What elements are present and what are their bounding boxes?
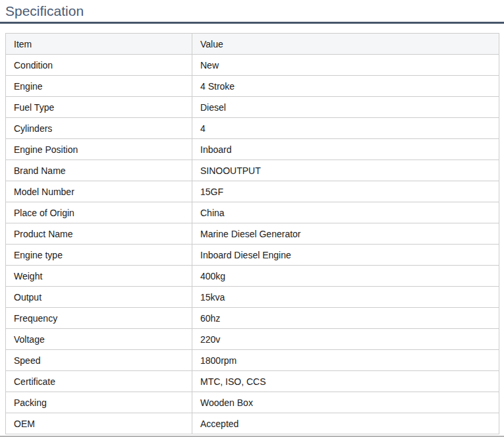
column-header-value: Value bbox=[192, 34, 499, 55]
spec-value-cell: 15kva bbox=[192, 287, 499, 308]
spec-item-cell: Output bbox=[6, 287, 192, 308]
spec-value-cell: 60hz bbox=[192, 308, 499, 329]
table-header-row: Item Value bbox=[6, 34, 499, 55]
table-row: Speed1800rpm bbox=[6, 350, 499, 371]
spec-item-cell: OEM bbox=[6, 413, 192, 434]
spec-value-cell: 400kg bbox=[192, 266, 499, 287]
table-row: Engine PositionInboard bbox=[6, 139, 499, 160]
spec-item-cell: Packing bbox=[6, 392, 192, 413]
spec-value-cell: Marine Diesel Generator bbox=[192, 223, 499, 245]
spec-value-cell: 4 Stroke bbox=[192, 76, 499, 97]
table-row: Brand NameSINOOUTPUT bbox=[6, 160, 499, 181]
spec-item-cell: Fuel Type bbox=[6, 97, 192, 118]
specification-table: Item Value ConditionNewEngine4 StrokeFue… bbox=[5, 33, 499, 434]
spec-item-cell: Model Number bbox=[6, 181, 192, 202]
spec-value-cell: 1800rpm bbox=[192, 350, 499, 371]
table-row: Place of OriginChina bbox=[6, 202, 499, 223]
table-row: Cylinders4 bbox=[6, 118, 499, 139]
table-row: Frequency60hz bbox=[6, 308, 499, 329]
table-row: PackingWooden Box bbox=[6, 392, 499, 413]
table-row: Output15kva bbox=[6, 287, 499, 308]
spec-value-cell: SINOOUTPUT bbox=[192, 160, 499, 181]
page-title: Specification bbox=[0, 0, 504, 20]
spec-value-cell: Inboard bbox=[192, 139, 499, 160]
table-row: Fuel TypeDiesel bbox=[6, 97, 499, 118]
spec-value-cell: China bbox=[192, 202, 499, 223]
table-row: Engine4 Stroke bbox=[6, 76, 499, 97]
spec-item-cell: Brand Name bbox=[6, 160, 192, 181]
table-row: CertificateMTC, ISO, CCS bbox=[6, 371, 499, 392]
specification-page: Specification Item Value ConditionNewEng… bbox=[0, 0, 504, 437]
table-row: Product NameMarine Diesel Generator bbox=[6, 223, 499, 245]
spec-item-cell: Place of Origin bbox=[6, 202, 192, 223]
spec-item-cell: Speed bbox=[6, 350, 192, 371]
table-row: Voltage220v bbox=[6, 329, 499, 350]
spec-value-cell: Wooden Box bbox=[192, 392, 499, 413]
spec-item-cell: Certificate bbox=[6, 371, 192, 392]
spec-item-cell: Product Name bbox=[6, 223, 192, 245]
spec-value-cell: New bbox=[192, 55, 499, 76]
spec-table-body: ConditionNewEngine4 StrokeFuel TypeDiese… bbox=[6, 55, 499, 434]
spec-item-cell: Condition bbox=[6, 55, 192, 76]
spec-value-cell: Inboard Diesel Engine bbox=[192, 245, 499, 266]
column-header-item: Item bbox=[6, 34, 192, 55]
spec-value-cell: 220v bbox=[192, 329, 499, 350]
table-row: ConditionNew bbox=[6, 55, 499, 76]
table-row: OEMAccepted bbox=[6, 413, 499, 434]
spec-value-cell: Accepted bbox=[192, 413, 499, 434]
spec-value-cell: Diesel bbox=[192, 97, 499, 118]
spec-item-cell: Voltage bbox=[6, 329, 192, 350]
spec-item-cell: Engine bbox=[6, 76, 192, 97]
spec-value-cell: MTC, ISO, CCS bbox=[192, 371, 499, 392]
spec-value-cell: 4 bbox=[192, 118, 499, 139]
spec-item-cell: Cylinders bbox=[6, 118, 192, 139]
spec-value-cell: 15GF bbox=[192, 181, 499, 202]
spec-item-cell: Engine Position bbox=[6, 139, 192, 160]
spec-item-cell: Weight bbox=[6, 266, 192, 287]
spec-item-cell: Frequency bbox=[6, 308, 192, 329]
table-row: Engine typeInboard Diesel Engine bbox=[6, 245, 499, 266]
table-row: Weight400kg bbox=[6, 266, 499, 287]
title-rule-divider bbox=[0, 22, 504, 24]
spec-item-cell: Engine type bbox=[6, 245, 192, 266]
table-row: Model Number15GF bbox=[6, 181, 499, 202]
